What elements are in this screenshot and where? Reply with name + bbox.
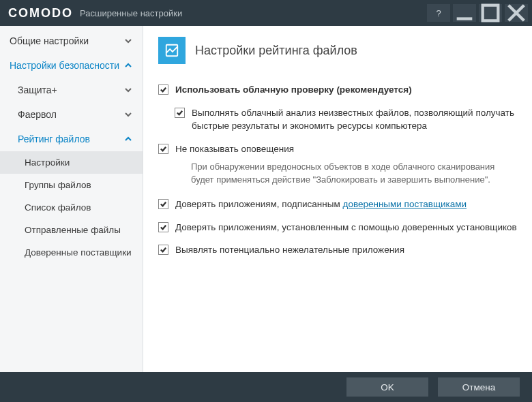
option-trust-installers[interactable]: Доверять приложениям, установленным с по…: [158, 221, 517, 234]
sidebar-item-label: Настройки безопасности: [10, 60, 119, 71]
chevron-up-icon: [123, 134, 133, 144]
chevron-up-icon: [123, 61, 133, 70]
titlebar: COMODO Расширенные настройки ?: [0, 0, 532, 26]
option-detect-pua[interactable]: Выявлять потенциально нежелательные прил…: [158, 243, 517, 257]
sidebar-item-label: Фаервол: [18, 109, 57, 120]
window-controls: ?: [424, 4, 528, 22]
window-title: Расширенные настройки: [80, 8, 182, 18]
file-rating-icon: [158, 37, 186, 64]
sidebar-item-label: Общие настройки: [10, 35, 89, 46]
page-header: Настройки рейтинга файлов: [158, 37, 517, 64]
chevron-down-icon: [123, 85, 133, 95]
sidebar-item-label: Защита+: [18, 84, 57, 95]
cancel-button[interactable]: Отмена: [438, 377, 520, 397]
brand-logo: COMODO: [8, 6, 73, 20]
sidebar-leaf-file-list[interactable]: Список файлов: [0, 196, 143, 219]
sidebar-leaf-file-groups[interactable]: Группы файлов: [0, 174, 143, 196]
body: Общие настройки Настройки безопасности З…: [0, 26, 532, 372]
content-panel: Настройки рейтинга файлов Использовать о…: [143, 26, 532, 372]
option-label: Не показывать оповещения: [175, 142, 294, 156]
sidebar-item-general[interactable]: Общие настройки: [0, 29, 143, 53]
help-button[interactable]: ?: [427, 4, 450, 22]
checkbox-checked-icon[interactable]: [158, 245, 168, 255]
sidebar-item-firewall[interactable]: Фаервол: [0, 102, 143, 127]
chevron-down-icon: [123, 36, 133, 46]
option-cloud-analyze[interactable]: Выполнять облачный анализ неизвестных фа…: [175, 106, 517, 133]
svg-rect-1: [483, 5, 499, 21]
option-label: Доверять приложениям, подписанным довере…: [175, 198, 467, 211]
footer: OK Отмена: [0, 372, 532, 402]
checkbox-checked-icon[interactable]: [158, 222, 168, 232]
option-label: Доверять приложениям, установленным с по…: [175, 221, 517, 234]
sidebar-leaf-submitted[interactable]: Отправленные файлы: [0, 219, 143, 241]
advanced-settings-window: COMODO Расширенные настройки ? Общие нас…: [0, 0, 532, 402]
option-no-alerts-desc: При обнаружении вредоносных объектов в х…: [191, 161, 517, 187]
option-label: Использовать облачную проверку (рекоменд…: [175, 83, 412, 97]
sidebar-item-security[interactable]: Настройки безопасности: [0, 53, 143, 78]
sidebar-leaf-trusted-vendors[interactable]: Доверенные поставщики: [0, 241, 143, 264]
trusted-vendors-link[interactable]: доверенными поставщиками: [343, 199, 467, 209]
checkbox-checked-icon[interactable]: [175, 108, 185, 118]
chevron-down-icon: [123, 110, 133, 119]
page-title: Настройки рейтинга файлов: [195, 44, 357, 58]
text: Доверять приложениям, подписанным: [175, 199, 343, 209]
sidebar-item-defense[interactable]: Защита+: [0, 78, 143, 102]
sidebar-item-file-rating[interactable]: Рейтинг файлов: [0, 127, 143, 151]
sidebar: Общие настройки Настройки безопасности З…: [0, 26, 143, 372]
close-button[interactable]: [505, 4, 528, 22]
option-cloud-lookup[interactable]: Использовать облачную проверку (рекоменд…: [158, 83, 517, 97]
option-no-alerts[interactable]: Не показывать оповещения: [158, 142, 517, 156]
sidebar-item-label: Рейтинг файлов: [18, 134, 90, 144]
checkbox-checked-icon[interactable]: [158, 144, 168, 154]
checkbox-checked-icon[interactable]: [158, 84, 168, 95]
sidebar-leaf-settings[interactable]: Настройки: [0, 151, 143, 174]
option-label: Выявлять потенциально нежелательные прил…: [175, 243, 404, 257]
maximize-button[interactable]: [479, 4, 502, 22]
checkbox-checked-icon[interactable]: [158, 199, 168, 209]
ok-button[interactable]: OK: [346, 377, 428, 397]
minimize-button[interactable]: [453, 4, 476, 22]
option-trust-signed[interactable]: Доверять приложениям, подписанным довере…: [158, 198, 517, 211]
option-label: Выполнять облачный анализ неизвестных фа…: [192, 106, 517, 133]
